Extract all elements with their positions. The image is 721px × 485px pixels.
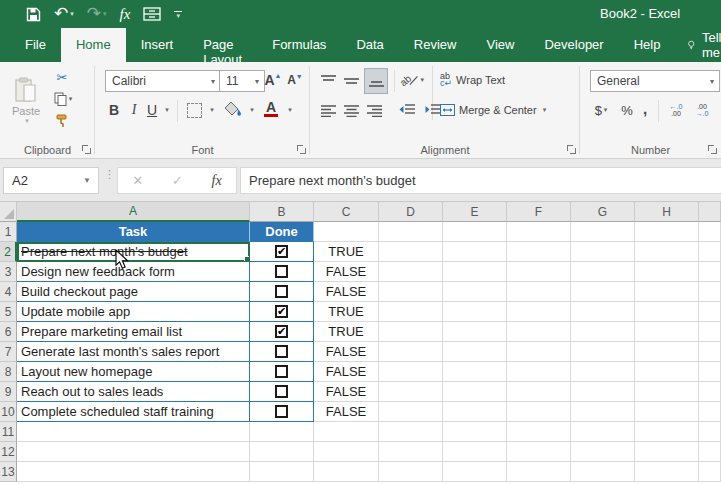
cell-C4[interactable]: FALSE — [314, 282, 379, 302]
cell-A11[interactable] — [17, 422, 250, 442]
cell-partial4[interactable] — [699, 282, 721, 302]
cell-E7[interactable] — [443, 342, 507, 362]
tell-me[interactable]: Tell me — [687, 28, 721, 62]
row-header-6[interactable]: 6 — [0, 322, 17, 342]
cell-A5[interactable]: Update mobile app — [17, 302, 250, 322]
customize-toolbar-icon[interactable]: ▾ — [174, 11, 182, 18]
cell-partial6[interactable] — [699, 322, 721, 342]
underline-caret-icon[interactable]: ▾ — [162, 102, 172, 118]
column-header-f[interactable]: F — [507, 202, 571, 222]
cell-H6[interactable] — [635, 322, 699, 342]
cell-F9[interactable] — [507, 382, 571, 402]
column-header-g[interactable]: G — [571, 202, 635, 222]
cell-E6[interactable] — [443, 322, 507, 342]
cell-A3[interactable]: Design new feedback form — [17, 262, 250, 282]
tab-insert[interactable]: Insert — [126, 28, 189, 62]
number-format-select[interactable]: General▾ — [590, 70, 720, 92]
row-header-2[interactable]: 2 — [0, 242, 17, 262]
underline-button[interactable]: U — [144, 100, 160, 120]
redo-button[interactable]: ↷▾ — [87, 7, 107, 21]
cell-C5[interactable]: TRUE — [314, 302, 379, 322]
tab-help[interactable]: Help — [619, 28, 676, 62]
increase-font-button[interactable]: A▲ — [263, 70, 283, 90]
align-left-button[interactable] — [318, 100, 338, 120]
cell-D8[interactable] — [379, 362, 443, 382]
cell-B6[interactable]: ✔ — [250, 322, 314, 342]
undo-button[interactable]: ↶▾ — [54, 7, 74, 21]
insert-function-quick-icon[interactable]: fx — [120, 6, 131, 23]
cell-B1[interactable]: Done — [250, 222, 314, 242]
font-size-select[interactable]: 11▾ — [219, 70, 265, 92]
cell-H10[interactable] — [635, 402, 699, 422]
cell-C9[interactable]: FALSE — [314, 382, 379, 402]
cell-partial3[interactable] — [699, 262, 721, 282]
merge-center-button[interactable]: Merge & Center ▾ — [440, 100, 572, 120]
borders-caret-icon[interactable]: ▾ — [207, 102, 217, 118]
cell-H9[interactable] — [635, 382, 699, 402]
row-header-11[interactable]: 11 — [0, 422, 17, 442]
row-header-5[interactable]: 5 — [0, 302, 17, 322]
cell-partial10[interactable] — [699, 402, 721, 422]
cell-F8[interactable] — [507, 362, 571, 382]
cell-partial5[interactable] — [699, 302, 721, 322]
cell-F13[interactable] — [507, 462, 571, 482]
done-checkbox-row-9-unchecked[interactable] — [275, 385, 288, 398]
cell-partial1[interactable] — [699, 222, 721, 242]
clipboard-dialog-launcher-icon[interactable] — [82, 145, 91, 154]
tab-home[interactable]: Home — [61, 28, 126, 62]
cell-C6[interactable]: TRUE — [314, 322, 379, 342]
cell-A6[interactable]: Prepare marketing email list — [17, 322, 250, 342]
cell-C1[interactable] — [314, 222, 379, 242]
fill-handle[interactable] — [244, 256, 250, 262]
cell-A10[interactable]: Complete scheduled staff training — [17, 402, 250, 422]
cell-E8[interactable] — [443, 362, 507, 382]
cell-G6[interactable] — [571, 322, 635, 342]
cell-G12[interactable] — [571, 442, 635, 462]
cell-G10[interactable] — [571, 402, 635, 422]
cell-F4[interactable] — [507, 282, 571, 302]
fill-color-caret-icon[interactable]: ▾ — [247, 102, 257, 118]
row-header-1[interactable]: 1 — [0, 222, 17, 242]
cell-F5[interactable] — [507, 302, 571, 322]
tab-data[interactable]: Data — [341, 28, 398, 62]
cell-G3[interactable] — [571, 262, 635, 282]
cell-A8[interactable]: Layout new homepage — [17, 362, 250, 382]
number-dialog-launcher-icon[interactable] — [708, 145, 717, 154]
cell-partial7[interactable] — [699, 342, 721, 362]
cell-B3[interactable] — [250, 262, 314, 282]
cell-D3[interactable] — [379, 262, 443, 282]
done-checkbox-row-10-unchecked[interactable] — [275, 405, 288, 418]
cancel-icon[interactable]: ✕ — [132, 173, 143, 188]
align-bottom-button[interactable] — [364, 68, 388, 94]
cell-D9[interactable] — [379, 382, 443, 402]
cell-D12[interactable] — [379, 442, 443, 462]
cell-H5[interactable] — [635, 302, 699, 322]
align-middle-button[interactable] — [341, 70, 361, 90]
name-box[interactable]: A2 ▼ — [3, 167, 99, 194]
cell-B7[interactable] — [250, 342, 314, 362]
cell-C8[interactable]: FALSE — [314, 362, 379, 382]
done-checkbox-row-7-unchecked[interactable] — [275, 345, 288, 358]
cell-H11[interactable] — [635, 422, 699, 442]
row-header-9[interactable]: 9 — [0, 382, 17, 402]
paste-button[interactable]: Paste ▾ — [8, 68, 44, 134]
cell-F1[interactable] — [507, 222, 571, 242]
row-header-3[interactable]: 3 — [0, 262, 17, 282]
save-icon[interactable] — [26, 7, 41, 22]
tab-review[interactable]: Review — [399, 28, 472, 62]
cell-F7[interactable] — [507, 342, 571, 362]
percent-style-button[interactable]: % — [618, 100, 636, 120]
column-header-d[interactable]: D — [379, 202, 443, 222]
cell-E13[interactable] — [443, 462, 507, 482]
cell-partial2[interactable] — [699, 242, 721, 262]
cell-H1[interactable] — [635, 222, 699, 242]
cell-E1[interactable] — [443, 222, 507, 242]
cell-B13[interactable] — [250, 462, 314, 482]
cell-C11[interactable] — [314, 422, 379, 442]
insert-function-icon[interactable]: fx — [212, 173, 222, 189]
orientation-button[interactable]: ab ▾ — [400, 70, 424, 90]
cell-H4[interactable] — [635, 282, 699, 302]
tab-developer[interactable]: Developer — [529, 28, 618, 62]
align-center-button[interactable] — [341, 100, 361, 120]
cut-button[interactable]: ✂ — [52, 68, 72, 86]
